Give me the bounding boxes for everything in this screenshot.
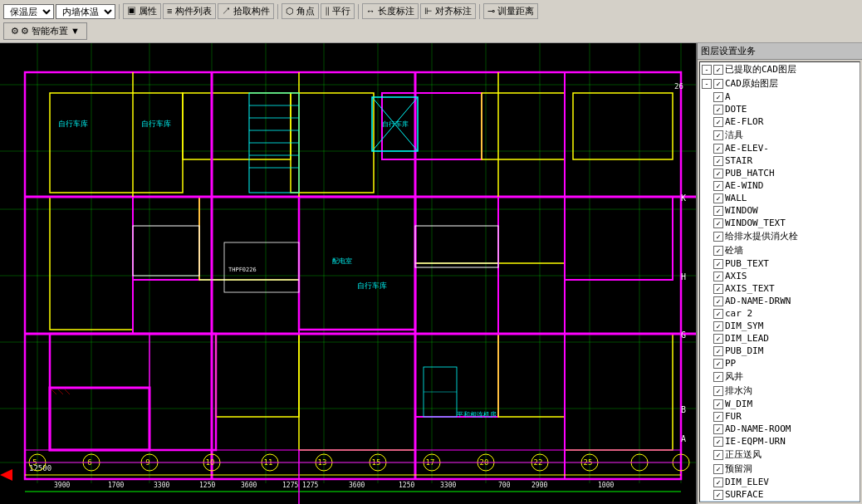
layer-checkbox[interactable] (713, 156, 723, 166)
layer-item[interactable]: PP (700, 357, 860, 369)
layer-checkbox[interactable] (713, 296, 723, 306)
neiqiangtwen-dropdown[interactable]: 内墙体温 (56, 4, 115, 19)
cad-drawing: 自行车库 自行车库 自行车库 配电室 平和相连机房 自行车库 12500 390… (0, 43, 696, 504)
layer-checkbox[interactable] (713, 144, 723, 154)
layer-checkbox[interactable] (713, 490, 723, 500)
layer-checkbox[interactable] (713, 437, 723, 447)
layer-label: PUB_TEXT (725, 258, 769, 269)
shiqugouijian-button[interactable]: ↗ 拾取构件 (218, 3, 274, 19)
duiqibiaozhu-button[interactable]: ⊩ 对齐标注 (420, 3, 476, 19)
layer-item[interactable]: COLUMN (700, 501, 860, 502)
layer-item[interactable]: 风井 (700, 369, 860, 384)
layer-checkbox[interactable] (713, 359, 723, 369)
layer-label: 给排水提供消火栓 (725, 230, 798, 242)
layer-item[interactable]: STAIR (700, 154, 860, 167)
layer-label: 洁具 (725, 129, 743, 141)
layer-checkbox[interactable] (713, 334, 723, 344)
layer-label: SURFACE (725, 489, 763, 500)
layer-checkbox[interactable] (713, 412, 723, 422)
pingxing-button[interactable]: ∥ 平行 (321, 3, 355, 19)
layer-item[interactable]: A (700, 91, 860, 103)
layer-label: AE-FLOR (725, 116, 763, 127)
checkbox-extracted[interactable] (713, 65, 723, 75)
layer-item[interactable]: 给排水提供消火栓 (700, 229, 860, 243)
layer-item[interactable]: DIM_SYM (700, 320, 860, 332)
layer-item[interactable]: AE-ELEV- (700, 142, 860, 154)
baowenceng-dropdown[interactable]: 保温层 (3, 4, 54, 19)
layer-checkbox[interactable] (713, 105, 723, 115)
layer-item[interactable]: PUB_DIM (700, 345, 860, 357)
svg-text:3300: 3300 (154, 482, 169, 489)
expand-extracted[interactable]: - (702, 65, 712, 75)
layer-item[interactable]: car 2 (700, 307, 860, 320)
layer-checkbox[interactable] (713, 117, 723, 127)
layer-item[interactable]: IE-EQPM-URN (700, 435, 860, 448)
layer-checkbox[interactable] (713, 399, 723, 409)
layer-item[interactable]: PUB_HATCH (700, 167, 860, 179)
layer-item[interactable]: WALL (700, 192, 860, 204)
layer-checkbox[interactable] (713, 424, 723, 434)
layer-checkbox[interactable] (713, 309, 723, 319)
cad-canvas-area[interactable]: 自行车库 自行车库 自行车库 配电室 平和相连机房 自行车库 12500 390… (0, 43, 696, 504)
layer-tree[interactable]: - 已提取的CAD图层 - CAD原始图层 ADOTEAE-FLOR洁具AE-E… (699, 61, 860, 502)
checkbox-original[interactable] (713, 79, 723, 89)
layer-item[interactable]: DIM_ELEV (700, 476, 860, 488)
layer-checkbox[interactable] (713, 193, 723, 203)
layer-checkbox[interactable] (713, 284, 723, 294)
layer-checkbox[interactable] (713, 477, 723, 487)
tree-root-extracted[interactable]: - 已提取的CAD图层 (700, 62, 860, 76)
layer-label: AXIS (725, 271, 747, 281)
smart-arrange-button[interactable]: ⚙ ⚙ 智能布置 ▼ (3, 22, 87, 40)
layer-item[interactable]: WINDOW (700, 204, 860, 217)
layer-checkbox[interactable] (713, 502, 723, 503)
layer-checkbox[interactable] (713, 272, 723, 281)
xuliangdijuli-button[interactable]: ⊸ 训量距离 (483, 3, 538, 19)
jiaodian-button[interactable]: ⬡ 角点 (282, 3, 319, 19)
layer-checkbox[interactable] (713, 130, 723, 140)
layer-checkbox[interactable] (713, 372, 723, 382)
expand-original[interactable]: - (702, 79, 712, 89)
layer-checkbox[interactable] (713, 92, 723, 102)
layer-checkbox[interactable] (713, 206, 723, 216)
layer-item[interactable]: 预留洞 (700, 462, 860, 476)
svg-text:3600: 3600 (241, 482, 257, 489)
layer-item[interactable]: 洁具 (700, 128, 860, 142)
layer-checkbox[interactable] (713, 321, 723, 331)
layer-checkbox[interactable] (713, 232, 723, 242)
layer-item[interactable]: DIM_LEAD (700, 332, 860, 345)
layer-item[interactable]: 砼墙 (700, 243, 860, 257)
svg-text:H: H (681, 272, 686, 281)
layer-checkbox[interactable] (713, 259, 723, 269)
layer-checkbox[interactable] (713, 218, 723, 228)
shuxing-button[interactable]: ▣ 属性 (123, 3, 161, 19)
svg-text:26: 26 (674, 82, 683, 91)
layer-checkbox[interactable] (713, 346, 723, 356)
layer-label: IE-EQPM-URN (725, 436, 786, 447)
layer-checkbox[interactable] (713, 181, 723, 191)
layer-checkbox[interactable] (713, 246, 723, 256)
layer-item[interactable]: W_DIM (700, 398, 860, 410)
layer-item[interactable]: WINDOW_TEXT (700, 217, 860, 229)
layer-item[interactable]: 排水沟 (700, 384, 860, 398)
changjubiaozhu-button[interactable]: ↔ 长度标注 (362, 3, 419, 19)
panel-title: 图层设置业务 (701, 45, 756, 57)
layer-item[interactable]: 正压送风 (700, 448, 860, 462)
layer-item[interactable]: SURFACE (700, 488, 860, 501)
layer-label: AXIS_TEXT (725, 283, 775, 294)
layer-item[interactable]: AE-WIND (700, 179, 860, 192)
layer-item[interactable]: DOTE (700, 103, 860, 115)
layer-item[interactable]: FUR (700, 410, 860, 423)
svg-text:3600: 3600 (349, 482, 365, 489)
layer-checkbox[interactable] (713, 169, 723, 179)
layer-item[interactable]: AE-FLOR (700, 115, 860, 128)
tree-root-original[interactable]: - CAD原始图层 (700, 76, 860, 91)
layer-item[interactable]: AXIS (700, 270, 860, 282)
layer-checkbox[interactable] (713, 464, 723, 474)
layer-item[interactable]: PUB_TEXT (700, 257, 860, 270)
layer-item[interactable]: AD-NAME-DRWN (700, 295, 860, 307)
layer-item[interactable]: AXIS_TEXT (700, 282, 860, 295)
layer-checkbox[interactable] (713, 386, 723, 396)
layer-checkbox[interactable] (713, 450, 723, 460)
layer-item[interactable]: AD-NAME-ROOM (700, 423, 860, 435)
goucenlbiao-button[interactable]: ≡ 构件列表 (163, 3, 215, 19)
